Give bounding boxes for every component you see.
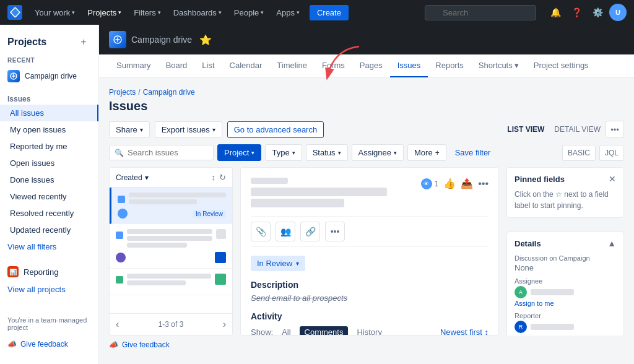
feedback-icon-bottom: 📣 xyxy=(109,340,118,349)
status-dropdown[interactable]: In Review ▾ xyxy=(251,256,305,271)
issue-status-icon xyxy=(215,274,226,285)
project-header-icon xyxy=(109,31,126,48)
projects-caret: ▾ xyxy=(118,9,121,15)
pinned-fields-close-button[interactable]: ✕ xyxy=(609,174,616,184)
show-all-button[interactable]: All xyxy=(278,326,294,336)
create-button[interactable]: Create xyxy=(310,5,349,20)
issue-row[interactable] xyxy=(110,224,232,269)
main-content: Campaign drive ⭐ Summary Board List Cale xyxy=(99,25,634,364)
view-all-filters-link[interactable]: View all filters xyxy=(0,238,98,255)
save-filter-button[interactable]: Save filter xyxy=(450,145,496,160)
sort-order-icon[interactable]: ↕ xyxy=(212,173,216,182)
attach-button[interactable]: 📎 xyxy=(251,222,271,241)
assignee-field: Assignee A Assign to me xyxy=(515,277,616,307)
refresh-icon[interactable]: ↻ xyxy=(219,173,226,182)
newest-first-button[interactable]: Newest first ↕ xyxy=(440,327,489,336)
next-page-button[interactable]: › xyxy=(223,319,226,330)
help-button[interactable]: ❓ xyxy=(567,3,586,22)
basic-view-button[interactable]: BASIC xyxy=(562,145,596,161)
filters-nav[interactable]: Filters ▾ xyxy=(129,6,165,20)
logo[interactable] xyxy=(7,5,22,20)
detail-view-toggle[interactable]: DETAIL VIEW xyxy=(554,125,601,134)
updated-recently-nav[interactable]: Updated recently xyxy=(0,222,98,238)
tab-board[interactable]: Board xyxy=(158,54,195,77)
project-filter[interactable]: Project ▾ xyxy=(217,144,261,161)
prev-page-button[interactable]: ‹ xyxy=(116,319,119,330)
jql-view-button[interactable]: JQL xyxy=(599,145,624,161)
my-open-issues-nav[interactable]: My open issues xyxy=(0,121,98,138)
global-search-input[interactable] xyxy=(425,5,536,20)
issue-type-icon xyxy=(116,232,123,239)
view-all-projects-link[interactable]: View all projects xyxy=(0,281,98,298)
issues-page-title: Issues xyxy=(109,99,624,113)
issue-row[interactable] xyxy=(110,269,232,295)
tab-forms[interactable]: Forms xyxy=(315,54,352,77)
give-feedback-bottom[interactable]: 📣 Give feedback xyxy=(109,336,624,354)
add-project-button[interactable]: + xyxy=(76,35,91,50)
show-comments-button[interactable]: Comments xyxy=(300,326,349,336)
assignee-avatar: A xyxy=(515,286,527,298)
tab-issues[interactable]: Issues xyxy=(390,54,428,77)
status-filter[interactable]: Status ▾ xyxy=(306,144,348,161)
issues-nav-section: Issues All issues My open issues Reporte… xyxy=(0,91,98,238)
reporting-nav-item[interactable]: 📊 Reporting xyxy=(0,262,98,281)
all-issues-nav[interactable]: All issues xyxy=(0,105,98,121)
sort-button[interactable]: Created ▾ xyxy=(116,173,149,182)
apps-nav[interactable]: Apps ▾ xyxy=(271,6,305,20)
dashboards-nav[interactable]: Dashboards ▾ xyxy=(168,6,227,20)
more-actions-icon[interactable]: ••• xyxy=(478,178,489,189)
sidebar: Projects + RECENT Campaign drive Issues … xyxy=(0,25,99,364)
tab-shortcuts[interactable]: Shortcuts ▾ xyxy=(471,54,526,77)
search-issues-input[interactable] xyxy=(128,148,208,157)
type-filter[interactable]: Type ▾ xyxy=(265,144,302,161)
sidebar-title: Projects xyxy=(7,37,46,48)
tab-summary[interactable]: Summary xyxy=(109,54,158,77)
give-feedback-link[interactable]: 📣 Give feedback xyxy=(0,335,98,353)
reporting-label: Reporting xyxy=(24,267,58,277)
open-issues-nav[interactable]: Open issues xyxy=(0,155,98,171)
issue-summary-blur xyxy=(251,188,387,196)
breadcrumb-projects[interactable]: Projects xyxy=(109,88,136,97)
user-avatar[interactable]: U xyxy=(609,4,627,21)
settings-button[interactable]: ⚙️ xyxy=(588,3,607,22)
projects-nav[interactable]: Projects ▾ xyxy=(82,6,126,20)
done-issues-nav[interactable]: Done issues xyxy=(0,171,98,188)
breadcrumb-project-name[interactable]: Campaign drive xyxy=(143,88,195,97)
advanced-search-button[interactable]: Go to advanced search xyxy=(227,121,324,138)
issue-row[interactable]: In Review xyxy=(110,188,232,224)
issue-summary-blur-2 xyxy=(129,199,197,204)
issue-list-body: In Review xyxy=(110,188,232,313)
assign-to-me-link[interactable]: Assign to me xyxy=(515,300,616,307)
your-work-nav[interactable]: Your work ▾ xyxy=(30,6,80,20)
list-view-toggle[interactable]: LIST VIEW xyxy=(507,125,544,134)
viewed-recently-nav[interactable]: Viewed recently xyxy=(0,188,98,205)
people-nav[interactable]: People ▾ xyxy=(229,6,269,20)
toolbar-more-button[interactable]: ••• xyxy=(606,121,624,138)
share-button[interactable]: Share ▾ xyxy=(109,121,150,138)
tab-pages[interactable]: Pages xyxy=(352,54,390,77)
more-filter[interactable]: More + xyxy=(407,144,446,161)
tab-project-settings[interactable]: Project settings xyxy=(526,54,596,77)
tab-timeline[interactable]: Timeline xyxy=(269,54,315,77)
reported-by-me-nav[interactable]: Reported by me xyxy=(0,138,98,155)
details-collapse-button[interactable]: ▲ xyxy=(607,238,616,248)
export-caret: ▾ xyxy=(212,126,215,133)
assignee-filter[interactable]: Assignee ▾ xyxy=(352,144,404,161)
thumbs-up-icon[interactable]: 👍 xyxy=(443,178,456,189)
export-button[interactable]: Export issues ▾ xyxy=(155,121,222,138)
description-title: Description xyxy=(251,280,489,290)
sidebar-project-item[interactable]: Campaign drive xyxy=(0,66,98,86)
tab-reports[interactable]: Reports xyxy=(428,54,471,77)
more-actions-button[interactable]: ••• xyxy=(325,222,345,241)
tab-calendar[interactable]: Calendar xyxy=(222,54,270,77)
show-history-button[interactable]: History xyxy=(353,326,385,336)
notifications-button[interactable]: 🔔 xyxy=(546,3,565,22)
watch-project-button[interactable]: ⭐ xyxy=(199,34,212,46)
resolved-recently-nav[interactable]: Resolved recently xyxy=(0,205,98,222)
link-button[interactable]: 🔗 xyxy=(300,222,320,241)
tab-list[interactable]: List xyxy=(194,54,222,77)
share-icon[interactable]: 📤 xyxy=(461,178,473,189)
link-child-button[interactable]: 👥 xyxy=(276,222,295,241)
app-layout: Projects + RECENT Campaign drive Issues … xyxy=(0,25,634,364)
activity-title: Activity xyxy=(251,311,489,321)
